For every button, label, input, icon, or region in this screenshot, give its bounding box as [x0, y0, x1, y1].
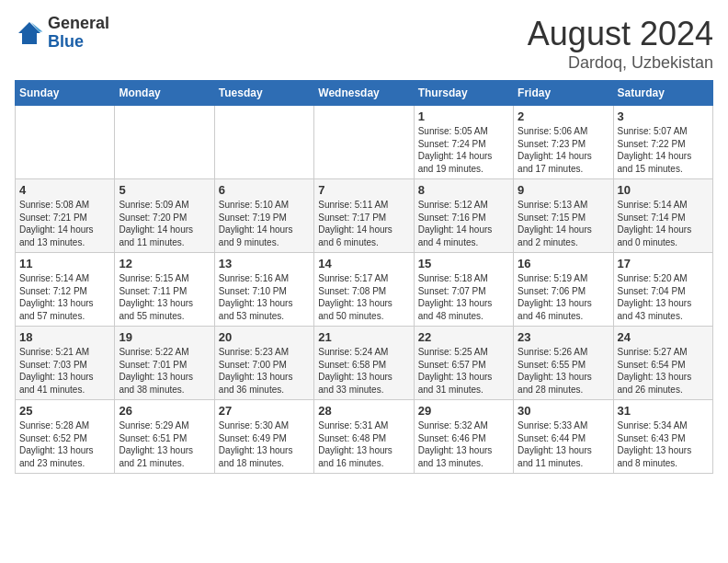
logo-icon: [15, 18, 44, 48]
calendar-cell: 7Sunrise: 5:11 AM Sunset: 7:17 PM Daylig…: [314, 179, 414, 253]
calendar-cell: 26Sunrise: 5:29 AM Sunset: 6:51 PM Dayli…: [115, 400, 214, 474]
day-number: 25: [19, 404, 110, 418]
day-info: Sunrise: 5:07 AM Sunset: 7:22 PM Dayligh…: [618, 125, 709, 175]
day-info: Sunrise: 5:19 AM Sunset: 7:06 PM Dayligh…: [518, 272, 609, 322]
day-info: Sunrise: 5:25 AM Sunset: 6:57 PM Dayligh…: [418, 346, 509, 396]
day-info: Sunrise: 5:12 AM Sunset: 7:16 PM Dayligh…: [418, 199, 509, 248]
calendar-cell: 15Sunrise: 5:18 AM Sunset: 7:07 PM Dayli…: [414, 253, 513, 327]
day-info: Sunrise: 5:30 AM Sunset: 6:49 PM Dayligh…: [219, 419, 310, 469]
day-number: 13: [219, 257, 310, 270]
calendar-cell: 1Sunrise: 5:05 AM Sunset: 7:24 PM Daylig…: [414, 106, 513, 179]
day-number: 11: [19, 257, 110, 270]
weekday-header-saturday: Saturday: [613, 81, 712, 106]
day-info: Sunrise: 5:23 AM Sunset: 7:00 PM Dayligh…: [219, 346, 310, 396]
day-number: 18: [19, 330, 110, 344]
calendar-cell: 10Sunrise: 5:14 AM Sunset: 7:14 PM Dayli…: [613, 179, 712, 253]
day-number: 21: [318, 330, 409, 344]
calendar-cell: 13Sunrise: 5:16 AM Sunset: 7:10 PM Dayli…: [214, 253, 313, 327]
week-row-3: 11Sunrise: 5:14 AM Sunset: 7:12 PM Dayli…: [16, 253, 713, 327]
calendar-cell: 25Sunrise: 5:28 AM Sunset: 6:52 PM Dayli…: [16, 400, 115, 474]
day-info: Sunrise: 5:15 AM Sunset: 7:11 PM Dayligh…: [119, 272, 210, 322]
day-number: 14: [318, 257, 409, 270]
svg-marker-0: [18, 22, 40, 44]
day-number: 5: [119, 183, 210, 197]
calendar-cell: 8Sunrise: 5:12 AM Sunset: 7:16 PM Daylig…: [414, 179, 513, 253]
day-number: 17: [618, 257, 709, 270]
day-info: Sunrise: 5:29 AM Sunset: 6:51 PM Dayligh…: [119, 419, 210, 469]
day-info: Sunrise: 5:24 AM Sunset: 6:58 PM Dayligh…: [318, 346, 409, 396]
day-number: 28: [318, 404, 409, 418]
day-number: 23: [518, 330, 609, 344]
day-info: Sunrise: 5:20 AM Sunset: 7:04 PM Dayligh…: [618, 272, 709, 322]
calendar-cell: 31Sunrise: 5:34 AM Sunset: 6:43 PM Dayli…: [613, 400, 712, 474]
day-info: Sunrise: 5:31 AM Sunset: 6:48 PM Dayligh…: [318, 419, 409, 469]
day-info: Sunrise: 5:33 AM Sunset: 6:44 PM Dayligh…: [518, 419, 609, 469]
calendar-cell: 20Sunrise: 5:23 AM Sunset: 7:00 PM Dayli…: [214, 327, 313, 400]
week-row-5: 25Sunrise: 5:28 AM Sunset: 6:52 PM Dayli…: [16, 400, 713, 474]
day-info: Sunrise: 5:22 AM Sunset: 7:01 PM Dayligh…: [119, 346, 210, 396]
week-row-1: 1Sunrise: 5:05 AM Sunset: 7:24 PM Daylig…: [16, 106, 713, 179]
day-number: 8: [418, 183, 509, 197]
calendar-cell: 17Sunrise: 5:20 AM Sunset: 7:04 PM Dayli…: [613, 253, 712, 327]
calendar-cell: 9Sunrise: 5:13 AM Sunset: 7:15 PM Daylig…: [514, 179, 613, 253]
logo: General Blue: [15, 15, 109, 52]
day-number: 7: [318, 183, 409, 197]
day-number: 26: [119, 404, 210, 418]
day-number: 31: [618, 404, 709, 418]
day-number: 4: [19, 183, 110, 197]
day-number: 29: [418, 404, 509, 418]
day-info: Sunrise: 5:32 AM Sunset: 6:46 PM Dayligh…: [418, 419, 509, 469]
day-number: 1: [418, 109, 509, 123]
calendar-cell: 24Sunrise: 5:27 AM Sunset: 6:54 PM Dayli…: [613, 327, 712, 400]
calendar-cell: [314, 106, 414, 179]
day-info: Sunrise: 5:34 AM Sunset: 6:43 PM Dayligh…: [618, 419, 709, 469]
calendar-cell: 29Sunrise: 5:32 AM Sunset: 6:46 PM Dayli…: [414, 400, 513, 474]
day-number: 3: [618, 109, 709, 123]
day-info: Sunrise: 5:27 AM Sunset: 6:54 PM Dayligh…: [618, 346, 709, 396]
day-number: 27: [219, 404, 310, 418]
calendar-cell: 23Sunrise: 5:26 AM Sunset: 6:55 PM Dayli…: [514, 327, 613, 400]
month-title: August 2024: [528, 15, 713, 53]
day-info: Sunrise: 5:05 AM Sunset: 7:24 PM Dayligh…: [418, 125, 509, 175]
logo-general-text: General: [48, 15, 109, 33]
calendar-cell: 30Sunrise: 5:33 AM Sunset: 6:44 PM Dayli…: [514, 400, 613, 474]
page-header: General Blue August 2024 Dardoq, Uzbekis…: [15, 15, 713, 73]
day-info: Sunrise: 5:14 AM Sunset: 7:12 PM Dayligh…: [19, 272, 110, 322]
day-info: Sunrise: 5:13 AM Sunset: 7:15 PM Dayligh…: [518, 199, 609, 248]
weekday-header-monday: Monday: [115, 81, 214, 106]
weekday-header-wednesday: Wednesday: [314, 81, 414, 106]
calendar-cell: 28Sunrise: 5:31 AM Sunset: 6:48 PM Dayli…: [314, 400, 414, 474]
calendar-cell: [16, 106, 115, 179]
calendar-cell: 27Sunrise: 5:30 AM Sunset: 6:49 PM Dayli…: [214, 400, 313, 474]
day-number: 6: [219, 183, 310, 197]
calendar-cell: 12Sunrise: 5:15 AM Sunset: 7:11 PM Dayli…: [115, 253, 214, 327]
calendar-cell: 21Sunrise: 5:24 AM Sunset: 6:58 PM Dayli…: [314, 327, 414, 400]
day-info: Sunrise: 5:11 AM Sunset: 7:17 PM Dayligh…: [318, 199, 409, 248]
weekday-header-friday: Friday: [514, 81, 613, 106]
calendar-cell: 14Sunrise: 5:17 AM Sunset: 7:08 PM Dayli…: [314, 253, 414, 327]
day-info: Sunrise: 5:06 AM Sunset: 7:23 PM Dayligh…: [518, 125, 609, 175]
week-row-2: 4Sunrise: 5:08 AM Sunset: 7:21 PM Daylig…: [16, 179, 713, 253]
title-block: August 2024 Dardoq, Uzbekistan: [528, 15, 713, 73]
location: Dardoq, Uzbekistan: [528, 53, 713, 73]
calendar-cell: 16Sunrise: 5:19 AM Sunset: 7:06 PM Dayli…: [514, 253, 613, 327]
day-info: Sunrise: 5:26 AM Sunset: 6:55 PM Dayligh…: [518, 346, 609, 396]
day-number: 10: [618, 183, 709, 197]
day-number: 24: [618, 330, 709, 344]
day-info: Sunrise: 5:08 AM Sunset: 7:21 PM Dayligh…: [19, 199, 110, 248]
day-info: Sunrise: 5:28 AM Sunset: 6:52 PM Dayligh…: [19, 419, 110, 469]
day-number: 19: [119, 330, 210, 344]
day-info: Sunrise: 5:17 AM Sunset: 7:08 PM Dayligh…: [318, 272, 409, 322]
calendar-cell: 5Sunrise: 5:09 AM Sunset: 7:20 PM Daylig…: [115, 179, 214, 253]
calendar-cell: 19Sunrise: 5:22 AM Sunset: 7:01 PM Dayli…: [115, 327, 214, 400]
calendar-cell: 3Sunrise: 5:07 AM Sunset: 7:22 PM Daylig…: [613, 106, 712, 179]
day-number: 2: [518, 109, 609, 123]
day-number: 15: [418, 257, 509, 270]
day-info: Sunrise: 5:21 AM Sunset: 7:03 PM Dayligh…: [19, 346, 110, 396]
logo-text: General Blue: [48, 15, 109, 52]
calendar-cell: 2Sunrise: 5:06 AM Sunset: 7:23 PM Daylig…: [514, 106, 613, 179]
day-number: 30: [518, 404, 609, 418]
day-info: Sunrise: 5:16 AM Sunset: 7:10 PM Dayligh…: [219, 272, 310, 322]
weekday-header-sunday: Sunday: [16, 81, 115, 106]
day-info: Sunrise: 5:18 AM Sunset: 7:07 PM Dayligh…: [418, 272, 509, 322]
